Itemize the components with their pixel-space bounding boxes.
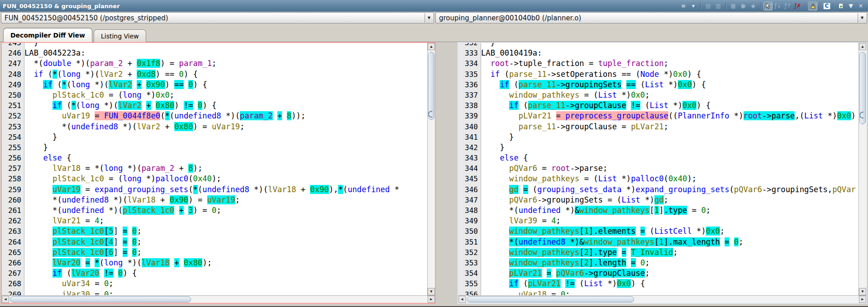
- compare-view-icon[interactable]: C: [823, 3, 830, 9]
- code-line[interactable]: uVar19 = FUN_0044f8e0(*(undefined8 *)(pa…: [24, 111, 427, 121]
- code-line[interactable]: plStack_1c0[4] = 0;: [24, 237, 427, 247]
- code-line[interactable]: plStack_1c0 = (long *)0x0;: [24, 90, 427, 100]
- line-number: 265: [2, 247, 24, 258]
- scroll-up-icon[interactable]: ▲: [859, 43, 866, 50]
- code-line[interactable]: if (*(long *)(lVar2 + 0x90) == 0) {: [24, 80, 427, 90]
- code-line[interactable]: iVar30 = 0;: [24, 289, 427, 296]
- code-line[interactable]: }: [481, 132, 858, 142]
- scroll-left-icon[interactable]: ◀: [458, 296, 466, 303]
- line-number: 249: [2, 80, 24, 90]
- right-vertical-scrollbar[interactable]: ▲ ▼: [858, 43, 866, 295]
- right-code-area[interactable]: }LAB_0010419a: root->tuple_fraction = tu…: [481, 43, 858, 295]
- code-line[interactable]: }: [24, 132, 427, 142]
- code-line[interactable]: pQVar6 = root->parse;: [481, 163, 858, 174]
- code-line[interactable]: *(undefined8 *)(lVar18 + 0x90) = uVar19;: [24, 195, 427, 205]
- code-line[interactable]: if (parse_11->groupClause != (List *)0x0…: [481, 100, 858, 111]
- line-number: 257: [2, 163, 24, 174]
- code-line[interactable]: LAB_0010419a:: [481, 48, 858, 58]
- left-scroll-position-marker: [428, 111, 432, 118]
- line-number: 253: [2, 122, 24, 132]
- left-horizontal-scrollbar[interactable]: ◀ ▶: [2, 295, 435, 303]
- code-line[interactable]: plStack_1c0[5] = 0;: [24, 226, 427, 236]
- code-line[interactable]: plStack_1c0 = (long *)palloc0(0x40);: [24, 174, 427, 184]
- right-hscroll-thumb[interactable]: [467, 296, 634, 302]
- code-line[interactable]: *(undefined *)&window_pathkeys[1].type =…: [481, 205, 858, 216]
- scroll-up-icon[interactable]: ▲: [428, 43, 435, 50]
- left-selector-dropdown-icon[interactable]: ▼: [424, 13, 433, 23]
- scroll-down-icon[interactable]: ▼: [859, 288, 866, 295]
- open-program-icon[interactable]: [836, 2, 845, 10]
- code-line[interactable]: }: [24, 142, 427, 153]
- tab-decompiler-diff-view[interactable]: Decompiler Diff View: [3, 28, 92, 42]
- code-line[interactable]: LAB_0045223a:: [24, 48, 427, 58]
- code-line[interactable]: window_pathkeys[1].elements = (ListCell …: [481, 226, 858, 236]
- code-line[interactable]: if (*(long *)(lVar2 + 0x80) != 0) {: [24, 100, 427, 111]
- code-line[interactable]: *(undefined8 *)&window_pathkeys[1].max_l…: [481, 237, 858, 247]
- left-code-area[interactable]: }LAB_0045223a: *(double *)(param_2 + 0x1…: [24, 43, 427, 295]
- code-line[interactable]: if (parse_11->setOperations == (Node *)0…: [481, 69, 858, 80]
- scroll-right-icon[interactable]: ▶: [428, 296, 435, 303]
- code-line[interactable]: window_pathkeys[2].length = 0;: [481, 258, 858, 268]
- left-function-selector[interactable]: FUN_00452150@00452150 (/postgres_strippe…: [1, 12, 434, 24]
- code-line[interactable]: uVar34 = 0;: [24, 279, 427, 289]
- close-panel-icon[interactable]: ×: [856, 2, 865, 10]
- left-vertical-scrollbar[interactable]: ▲ ▼: [427, 43, 435, 295]
- scroll-right-icon[interactable]: ▶: [859, 296, 866, 303]
- code-line[interactable]: lVar18 = *(long *)(param_2 + 8);: [24, 163, 427, 174]
- right-horizontal-scrollbar[interactable]: ◀ ▶: [458, 295, 866, 303]
- apply-markup-prev-icon: ▥: [714, 2, 723, 10]
- line-number: 260: [2, 195, 24, 205]
- code-line[interactable]: plStack_1c0[6] = 0;: [24, 247, 427, 258]
- view-tabstrip: Decompiler Diff View Listing View: [0, 24, 868, 42]
- toolbar-separator: [760, 3, 761, 9]
- code-line[interactable]: lVar20 = *(long *)(lVar18 + 0x80);: [24, 258, 427, 268]
- code-line[interactable]: }: [481, 142, 858, 153]
- code-line[interactable]: uVar18 = 0;: [481, 289, 858, 296]
- code-line[interactable]: *(undefined8 *)(lVar2 + 0x80) = uVar19;: [24, 122, 427, 132]
- left-function-selector-value: FUN_00452150@00452150 (/postgres_strippe…: [5, 14, 168, 22]
- code-line[interactable]: window_pathkeys = (List *)palloc0(0x40);: [481, 174, 858, 184]
- code-line[interactable]: *(undefined *)(plStack_1c0 + 3) = 0;: [24, 205, 427, 216]
- titlebar[interactable]: FUN_00452150 & grouping_planner ≡▾▤▥▦●◆ƒ…: [0, 0, 868, 12]
- code-line[interactable]: *(double *)(param_2 + 0x1f8) = param_1;: [24, 58, 427, 69]
- code-line[interactable]: else {: [481, 153, 858, 163]
- line-number: 346: [458, 184, 481, 195]
- function-selector-row: FUN_00452150@00452150 (/postgres_strippe…: [0, 12, 868, 24]
- next-function-icon: ƒ↓: [773, 2, 782, 10]
- remove-function-icon[interactable]: ƒ✗: [793, 2, 802, 10]
- code-line[interactable]: pLVar21 = pQVar6->groupClause;: [481, 268, 858, 279]
- panel-menu-icon[interactable]: ▼: [846, 2, 855, 10]
- scroll-down-icon[interactable]: ▼: [428, 288, 435, 295]
- line-number: 259: [2, 184, 24, 195]
- code-line[interactable]: }: [481, 43, 858, 48]
- tab-listing-view[interactable]: Listing View: [94, 29, 146, 42]
- lock-scroll-icon[interactable]: [808, 2, 817, 10]
- code-line[interactable]: if (pLVar21 != (List *)0x0) {: [481, 279, 858, 289]
- line-number: 348: [458, 205, 481, 216]
- list-options-icon[interactable]: ≡: [679, 2, 688, 10]
- code-line[interactable]: else {: [24, 153, 427, 163]
- code-line[interactable]: pQVar6->groupingSets = (List *)gd;: [481, 195, 858, 205]
- code-line[interactable]: window_pathkeys[2].type = T_Invalid;: [481, 247, 858, 258]
- code-line[interactable]: pLVar21 = preprocess_groupclause((Planne…: [481, 111, 858, 121]
- code-line[interactable]: if (*(long *)(lVar2 + 0xd8) == 0) {: [24, 69, 427, 80]
- left-hscroll-thumb[interactable]: [10, 296, 191, 302]
- scroll-left-icon[interactable]: ◀: [2, 296, 9, 303]
- toolbar-separator: [820, 3, 820, 9]
- line-number: 251: [2, 100, 24, 111]
- left-vscroll-thumb[interactable]: [428, 52, 434, 120]
- code-line[interactable]: parse_11->groupClause = pLVar21;: [481, 122, 858, 132]
- code-line[interactable]: if (lVar20 != 0) {: [24, 268, 427, 279]
- code-line[interactable]: lVar21 = 4;: [24, 216, 427, 226]
- code-line[interactable]: root->tuple_fraction = tuple_fraction;: [481, 58, 858, 69]
- code-line[interactable]: lVar39 = 4;: [481, 216, 858, 226]
- code-line[interactable]: window_pathkeys = (List *)0x0;: [481, 90, 858, 100]
- code-line[interactable]: if (parse_11->groupingSets == (List *)0x…: [481, 80, 858, 90]
- right-function-selector[interactable]: grouping_planner@001040b0 (/planner.o) ▼: [435, 12, 867, 24]
- list-options-caret-icon[interactable]: ▾: [689, 2, 698, 10]
- code-line[interactable]: gd = (grouping_sets_data *)expand_groupi…: [481, 184, 858, 195]
- code-line[interactable]: uVar19 = expand_grouping_sets(*(undefine…: [24, 184, 427, 195]
- code-line[interactable]: }: [24, 43, 427, 48]
- cursor-select-icon[interactable]: [763, 2, 773, 10]
- right-selector-dropdown-icon[interactable]: ▼: [858, 13, 866, 23]
